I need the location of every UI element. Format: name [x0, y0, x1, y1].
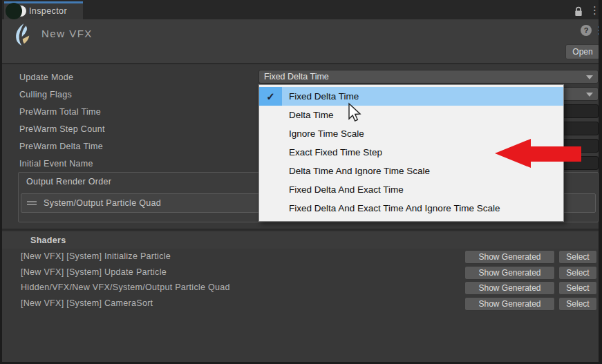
- menu-item-gutter: [259, 199, 282, 218]
- menu-item-gutter: [259, 162, 282, 180]
- menu-item-fixed-delta-and-exact-time[interactable]: Fixed Delta And Exact Time: [259, 180, 563, 199]
- check-icon: ✓: [266, 90, 275, 103]
- output-render-order-item-label: System/Output Particle Quad: [44, 198, 161, 208]
- mouse-cursor-icon: [346, 102, 362, 126]
- inspector-tab-icon: [6, 3, 26, 19]
- property-label: Initial Event Name: [19, 159, 93, 169]
- property-label: Culling Flags: [19, 90, 72, 99]
- inspector-window: Inspector ⋮ New VFX ? ⋮ Open Update Mode…: [0, 0, 602, 364]
- section-divider: [0, 229, 602, 231]
- shader-name: [New VFX] [System] Initialize Particle: [21, 251, 171, 261]
- menu-item-label: Delta Time And Ignore Time Scale: [289, 166, 430, 176]
- show-generated-button[interactable]: Show Generated: [464, 297, 555, 311]
- menu-item-gutter: ✓: [259, 87, 282, 106]
- menu-item-label: Exact Fixed Time Step: [289, 147, 382, 157]
- menu-item-gutter: [259, 106, 282, 124]
- show-generated-button[interactable]: Show Generated: [464, 281, 555, 295]
- page-title: New VFX: [41, 28, 93, 39]
- select-button[interactable]: Select: [558, 297, 597, 311]
- open-button[interactable]: Open: [565, 44, 600, 59]
- asset-header: New VFX ? ⋮ Open: [0, 19, 602, 64]
- output-render-order-title: Output Render Order: [26, 177, 111, 186]
- menu-item-label: Fixed Delta And Exact Time And Ignore Ti…: [289, 203, 500, 213]
- tab-label: Inspector: [29, 6, 67, 16]
- header-menu-kebab-icon[interactable]: ⋮: [594, 25, 602, 35]
- chevron-down-icon: [586, 75, 593, 79]
- lock-icon[interactable]: [574, 6, 583, 20]
- menu-item-label: Ignore Time Scale: [289, 128, 364, 139]
- show-generated-button[interactable]: Show Generated: [464, 250, 555, 264]
- vfx-asset-icon: [8, 23, 32, 49]
- property-label: Update Mode: [19, 73, 73, 82]
- shader-row-1: [New VFX] [System] Initialize ParticleSh…: [0, 249, 602, 264]
- chevron-down-icon: [586, 93, 593, 97]
- annotation-arrow-icon: [484, 135, 584, 174]
- menu-item-delta-time[interactable]: Delta Time: [259, 106, 563, 124]
- shader-name: [New VFX] [System] CameraSort: [21, 298, 153, 308]
- shaders-title: Shaders: [30, 236, 66, 245]
- menu-item-fixed-delta-and-exact-time-and-ignore-time-scale[interactable]: Fixed Delta And Exact Time And Ignore Ti…: [259, 199, 563, 218]
- tab-menu-kebab-icon[interactable]: ⋮: [590, 5, 600, 15]
- update-mode-dropdown[interactable]: Fixed Delta Time: [258, 70, 599, 84]
- tab-bar: Inspector ⋮: [0, 0, 602, 19]
- menu-item-label: Fixed Delta And Exact Time: [289, 184, 404, 195]
- tab-inspector[interactable]: Inspector: [4, 1, 83, 19]
- shader-row-3: Hidden/VFX/New VFX/System/Output Particl…: [0, 280, 602, 295]
- drag-handle-icon[interactable]: [27, 201, 37, 205]
- menu-item-label: Delta Time: [289, 110, 334, 120]
- select-button[interactable]: Select: [558, 281, 597, 295]
- property-label: PreWarm Step Count: [19, 124, 105, 134]
- help-icon[interactable]: ?: [581, 25, 592, 36]
- menu-item-gutter: [259, 124, 282, 143]
- shader-row-4: [New VFX] [System] CameraSortShow Genera…: [0, 296, 602, 311]
- property-label: PreWarm Total Time: [19, 107, 101, 117]
- shader-name: Hidden/VFX/New VFX/System/Output Particl…: [21, 282, 230, 292]
- select-button[interactable]: Select: [558, 266, 597, 280]
- select-button[interactable]: Select: [558, 250, 597, 264]
- show-generated-button[interactable]: Show Generated: [464, 266, 555, 280]
- shader-row-2: [New VFX] [System] Update ParticleShow G…: [0, 265, 602, 280]
- shaders-header: Shaders: [0, 232, 602, 249]
- menu-item-label: Fixed Delta Time: [289, 91, 359, 102]
- menu-item-gutter: [259, 180, 282, 199]
- shader-name: [New VFX] [System] Update Particle: [21, 267, 167, 277]
- property-label: PreWarm Delta Time: [19, 142, 103, 151]
- menu-item-fixed-delta-time[interactable]: ✓Fixed Delta Time: [259, 87, 563, 106]
- dropdown-value: Fixed Delta Time: [264, 72, 329, 82]
- menu-item-gutter: [259, 143, 282, 162]
